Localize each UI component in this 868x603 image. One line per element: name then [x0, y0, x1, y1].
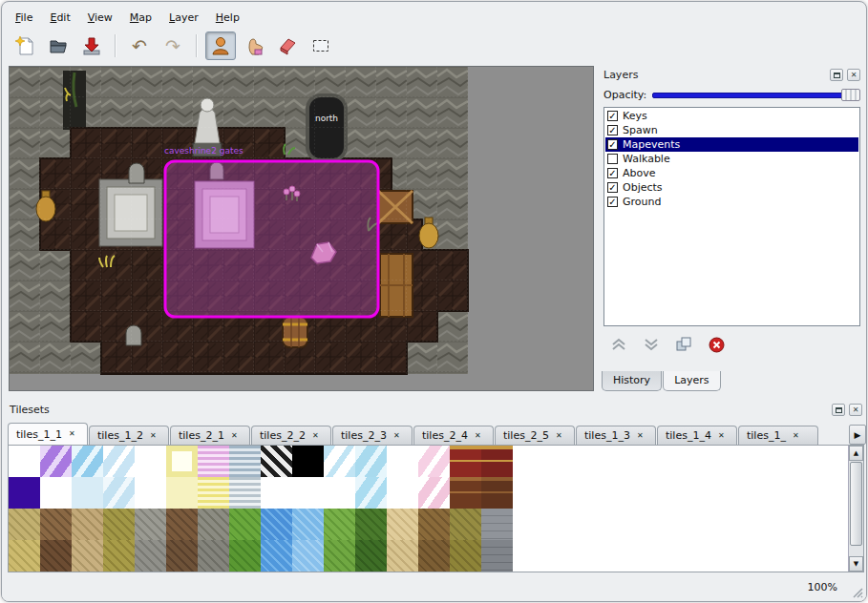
palette-tile[interactable]: [72, 540, 103, 572]
palette-tile[interactable]: [9, 540, 40, 572]
palette-tile[interactable]: [72, 477, 103, 509]
tab-scroll-right-button[interactable]: ▶: [849, 425, 866, 445]
tileset-tab-tiles_2_5[interactable]: tiles_2_5✕: [495, 426, 575, 445]
layer-visibility-checkbox[interactable]: [607, 154, 618, 164]
float-dock-button[interactable]: [830, 69, 843, 81]
palette-tile[interactable]: [418, 540, 450, 572]
layer-row-keys[interactable]: ✓Keys: [605, 109, 858, 123]
tab-history[interactable]: History: [602, 371, 662, 391]
palette-tile[interactable]: [418, 446, 450, 477]
palette-tile[interactable]: [292, 509, 324, 540]
tileset-tab-tiles_1_1[interactable]: tiles_1_1✕: [8, 423, 88, 445]
tileset-tab-tiles_2_4[interactable]: tiles_2_4✕: [413, 426, 494, 445]
map-selection-rect[interactable]: [165, 161, 378, 317]
palette-tile[interactable]: [166, 477, 198, 509]
layer-visibility-checkbox[interactable]: ✓: [607, 197, 618, 207]
tileset-tab-tiles_2_3[interactable]: tiles_2_3✕: [332, 426, 413, 445]
palette-tile[interactable]: [103, 540, 135, 572]
scroll-down-button[interactable]: ▼: [849, 556, 863, 572]
tab-close-icon[interactable]: ✕: [150, 432, 157, 440]
palette-tile[interactable]: [135, 446, 166, 477]
close-dock-button[interactable]: ✕: [847, 69, 860, 81]
palette-tile[interactable]: [387, 540, 418, 572]
tab-close-icon[interactable]: ✕: [69, 430, 75, 438]
palette-tile[interactable]: [481, 446, 513, 477]
layer-row-objects[interactable]: ✓Objects: [605, 180, 858, 195]
palette-tile[interactable]: [166, 446, 198, 477]
layer-row-above[interactable]: ✓Above: [605, 166, 858, 180]
palette-tile[interactable]: [9, 509, 40, 540]
palette-tile[interactable]: [198, 540, 229, 572]
menu-edit[interactable]: Edit: [42, 10, 77, 26]
palette-tile[interactable]: [40, 540, 72, 572]
palette-tile[interactable]: [355, 540, 387, 572]
tileset-tab-tiles_2_1[interactable]: tiles_2_1✕: [170, 426, 250, 445]
map-canvas[interactable]: north caveshrine2 gates: [9, 66, 594, 391]
palette-tile[interactable]: [481, 477, 513, 509]
palette-tile[interactable]: [229, 446, 261, 477]
palette-tile[interactable]: [261, 509, 292, 540]
palette-tile[interactable]: [387, 477, 418, 509]
menu-file[interactable]: File: [8, 10, 40, 26]
tab-close-icon[interactable]: ✕: [231, 432, 238, 440]
eraser-tool-button[interactable]: [272, 31, 303, 60]
palette-tile[interactable]: [292, 477, 324, 509]
layer-row-ground[interactable]: ✓Ground: [605, 195, 858, 209]
menu-map[interactable]: Map: [122, 10, 159, 26]
save-button[interactable]: [76, 31, 107, 60]
layer-visibility-checkbox[interactable]: ✓: [607, 111, 618, 121]
palette-tile[interactable]: [387, 509, 418, 540]
tileset-scrollbar[interactable]: ▲ ▼: [848, 446, 863, 572]
palette-tile[interactable]: [72, 446, 103, 477]
palette-tile[interactable]: [355, 446, 387, 477]
tab-close-icon[interactable]: ✕: [718, 432, 725, 440]
tab-layers[interactable]: Layers: [663, 371, 720, 391]
tab-close-icon[interactable]: ✕: [793, 432, 799, 440]
palette-tile[interactable]: [387, 446, 418, 477]
palette-tile[interactable]: [324, 509, 355, 540]
menu-layer[interactable]: Layer: [161, 10, 206, 26]
raise-layer-button[interactable]: [609, 336, 628, 353]
palette-tile[interactable]: [324, 540, 355, 572]
opacity-slider-handle[interactable]: [841, 89, 860, 101]
palette-tile[interactable]: [261, 477, 292, 509]
palette-tile[interactable]: [355, 509, 387, 540]
layer-visibility-checkbox[interactable]: ✓: [607, 125, 618, 135]
new-file-button[interactable]: [10, 31, 40, 60]
palette-tile[interactable]: [135, 509, 166, 540]
select-tool-button[interactable]: [306, 31, 336, 60]
tileset-tab-tiles_1_3[interactable]: tiles_1_3✕: [576, 426, 656, 445]
tab-close-icon[interactable]: ✕: [475, 432, 481, 440]
palette-tile[interactable]: [450, 540, 481, 572]
tab-close-icon[interactable]: ✕: [312, 432, 319, 440]
scroll-up-button[interactable]: ▲: [849, 446, 863, 461]
palette-tile[interactable]: [261, 446, 292, 477]
palette-tile[interactable]: [292, 540, 324, 572]
palette-tile[interactable]: [481, 540, 513, 572]
tileset-tab-tiles_1_4[interactable]: tiles_1_4✕: [657, 426, 737, 445]
tab-close-icon[interactable]: ✕: [637, 432, 644, 440]
layer-row-spawn[interactable]: ✓Spawn: [605, 123, 858, 137]
palette-tile[interactable]: [229, 477, 261, 509]
palette-tile[interactable]: [229, 540, 261, 572]
tab-close-icon[interactable]: ✕: [556, 432, 562, 440]
palette-tile[interactable]: [72, 509, 103, 540]
layer-visibility-checkbox[interactable]: ✓: [607, 139, 618, 150]
menu-view[interactable]: View: [80, 10, 120, 26]
palette-tile[interactable]: [166, 509, 198, 540]
palette-tile[interactable]: [103, 446, 135, 477]
layer-row-mapevents[interactable]: ✓Mapevents: [605, 137, 858, 152]
redo-button[interactable]: ↷: [158, 31, 188, 60]
palette-tile[interactable]: [292, 446, 324, 477]
tileset-tab-tiles_2_2[interactable]: tiles_2_2✕: [251, 426, 331, 445]
palette-tile[interactable]: [40, 477, 72, 509]
palette-tile[interactable]: [103, 477, 135, 509]
palette-tile[interactable]: [40, 509, 72, 540]
float-dock-button[interactable]: [832, 404, 845, 416]
opacity-slider[interactable]: [652, 89, 860, 101]
palette-tile[interactable]: [198, 509, 229, 540]
tileset-tab-tiles_1_2[interactable]: tiles_1_2✕: [89, 426, 169, 445]
palette-tile[interactable]: [9, 477, 40, 509]
undo-button[interactable]: ↶: [124, 31, 155, 60]
palette-tile[interactable]: [166, 540, 198, 572]
